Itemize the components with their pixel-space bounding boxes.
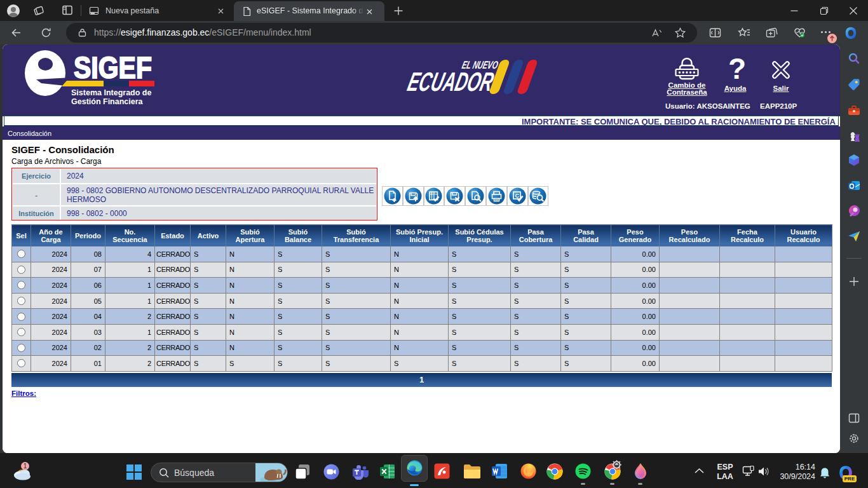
svg-text:Sistema Integrado de: Sistema Integrado de bbox=[71, 88, 151, 97]
svg-text:SIGEF: SIGEF bbox=[74, 51, 152, 85]
svg-text:ECUADOR: ECUADOR bbox=[405, 67, 497, 95]
svg-text:Gestión Financiera: Gestión Financiera bbox=[71, 97, 144, 106]
svg-text:C: C bbox=[515, 193, 519, 199]
